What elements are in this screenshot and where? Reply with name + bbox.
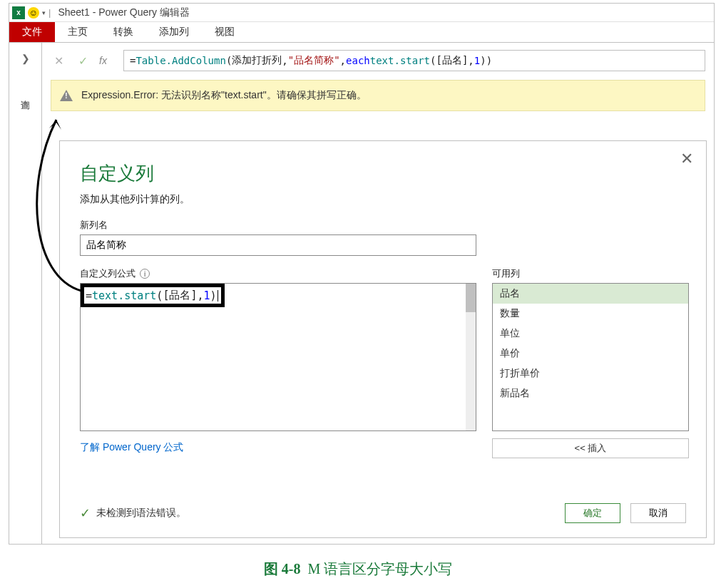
qat-dropdown-icon[interactable]: ▾ [42,7,46,19]
formula-highlight: = text.start ( [品名] , 1 ) [81,284,225,307]
list-item[interactable]: 单价 [493,344,688,363]
close-icon[interactable]: ✕ [680,150,693,168]
cancel-button[interactable]: 取消 [630,503,686,523]
formula-bar: ✕ ✓ fx = Table.AddColumn ( 添加打折列 , "品名简称… [42,43,714,77]
queries-pane: ❯ 查询 [9,43,42,544]
list-item[interactable]: 数量 [493,304,688,324]
commit-formula-icon[interactable]: ✓ [75,53,91,68]
dialog-subtitle: 添加从其他列计算的列。 [80,193,686,206]
titlebar: x ☺ ▾ | Sheet1 - Power Query 编辑器 [9,4,714,22]
tab-transform[interactable]: 转换 [101,22,146,42]
dialog-footer: ✓ 未检测到语法错误。 确定 取消 [80,503,686,523]
info-icon[interactable]: i [140,269,150,279]
fx-icon[interactable]: fx [99,55,115,66]
check-icon: ✓ [80,505,91,521]
expand-queries-icon[interactable]: ❯ [21,53,30,64]
list-item[interactable]: 单位 [493,324,688,344]
learn-more-link[interactable]: 了解 Power Query 公式 [80,441,183,454]
figure-caption: 图 4-8 M 语言区分字母大小写 [0,559,716,579]
tab-view[interactable]: 视图 [202,22,247,42]
cancel-formula-icon[interactable]: ✕ [51,53,66,68]
new-column-name-label: 新列名 [80,219,686,232]
ok-button[interactable]: 确定 [565,503,620,523]
formula-input[interactable]: = Table.AddColumn ( 添加打折列 , "品名简称" , eac… [123,50,705,71]
tab-file[interactable]: 文件 [9,22,55,42]
window-title: Sheet1 - Power Query 编辑器 [53,6,189,19]
dialog-title: 自定义列 [80,161,686,186]
formula-section: 自定义列公式 i = text.start ( [品名] , 1 ) [80,267,476,458]
custom-formula-label: 自定义列公式 i [80,267,476,280]
custom-column-dialog: ✕ 自定义列 添加从其他列计算的列。 新列名 自定义列公式 i = text.s… [59,140,707,538]
error-bar: Expression.Error: 无法识别名称"text.start"。请确保… [51,80,705,111]
list-item[interactable]: 打折单价 [493,363,688,383]
syntax-status: ✓ 未检测到语法错误。 [80,505,186,521]
warning-icon [60,90,73,101]
insert-button[interactable]: << 插入 [492,438,689,458]
smiley-icon: ☺ [28,7,39,19]
tab-home[interactable]: 主页 [55,22,101,42]
app-window: x ☺ ▾ | Sheet1 - Power Query 编辑器 文件 主页 转… [9,3,715,545]
error-text: Expression.Error: 无法识别名称"text.start"。请确保… [81,89,367,102]
list-item[interactable]: 品名 [493,284,688,304]
list-item[interactable]: 新品名 [493,383,688,403]
scrollbar-thumb[interactable] [466,284,476,312]
tab-addcolumn[interactable]: 添加列 [146,22,202,42]
available-columns-section: 可用列 品名 数量 单位 单价 打折单价 新品名 << 插入 [492,267,689,458]
ribbon-tabs: 文件 主页 转换 添加列 视图 [9,22,714,42]
custom-formula-input[interactable]: = text.start ( [品名] , 1 ) [80,283,476,431]
new-column-name-input[interactable] [80,234,476,256]
available-columns-label: 可用列 [492,267,689,280]
excel-icon: x [12,6,25,19]
available-columns-list[interactable]: 品名 数量 单位 单价 打折单价 新品名 [492,283,689,431]
